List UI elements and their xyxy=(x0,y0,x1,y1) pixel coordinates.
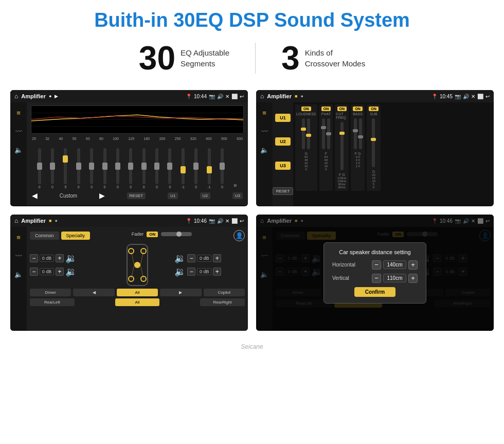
user-icon[interactable]: 👤 xyxy=(233,230,245,241)
eq-play-icon[interactable]: ● xyxy=(49,94,51,99)
eq-next-btn[interactable]: ▶ xyxy=(99,191,105,200)
ch-sidebar-icon-1[interactable]: ≡ xyxy=(12,231,25,243)
ch-sidebar-icon-2[interactable]: 〰 xyxy=(12,250,25,262)
right-top-plus[interactable]: + xyxy=(213,254,221,262)
channel-topbar: ⌂ Amplifier ■ ● 📍 10:46 📷 🔊 ✕ ⬜ ↩ xyxy=(10,215,248,227)
eq-close-icon[interactable]: ✕ xyxy=(225,94,229,99)
eq-slider-2[interactable]: 5 xyxy=(59,148,72,189)
ch-location-icon: 📍 xyxy=(186,218,192,224)
eq-slider-11[interactable]: -1 xyxy=(176,148,189,189)
cross-camera-icon[interactable]: 📷 xyxy=(455,94,461,99)
fader-slider[interactable] xyxy=(161,232,192,236)
phat-on-btn[interactable]: ON xyxy=(321,106,331,111)
left-top-minus[interactable]: − xyxy=(30,254,38,262)
stat-crossover-number: 3 xyxy=(281,42,300,75)
ch-rearleft-btn[interactable]: RearLeft xyxy=(30,298,75,306)
ch-back-icon[interactable]: ↩ xyxy=(240,218,244,224)
cross-u1-btn[interactable]: U1 xyxy=(275,114,291,122)
eq-slider-14[interactable]: 0 xyxy=(215,148,228,189)
ch-home-icon[interactable]: ⌂ xyxy=(14,217,18,224)
ch-volume-icon[interactable]: 🔊 xyxy=(217,218,223,224)
eq-graph xyxy=(31,105,244,134)
stat-eq: 30 EQ Adjustable Segments xyxy=(113,42,255,75)
eq-window-icon[interactable]: ⬜ xyxy=(231,94,238,99)
fader-label: Fader xyxy=(132,232,144,237)
eq-slider-9[interactable]: 0 xyxy=(150,148,163,189)
ch-sidebar-icon-3[interactable]: 🔈 xyxy=(12,268,25,280)
right-bottom-plus[interactable]: + xyxy=(213,268,221,276)
loudness-on-btn[interactable]: ON xyxy=(301,106,311,111)
eq-slider-5[interactable]: 0 xyxy=(98,148,111,189)
right-top-minus[interactable]: − xyxy=(187,254,195,262)
stat-eq-number: 30 xyxy=(139,42,175,75)
left-bottom-minus[interactable]: − xyxy=(30,268,38,276)
eq-sidebar-icon-1[interactable]: ≡ xyxy=(12,106,25,119)
right-bottom-val: 0 dB xyxy=(197,268,211,275)
eq-slider-1[interactable]: 0 xyxy=(46,148,59,189)
eq-slider-4[interactable]: 0 xyxy=(85,148,98,189)
home-icon[interactable]: ⌂ xyxy=(14,93,18,100)
ch-rearright-btn[interactable]: RearRight xyxy=(200,298,245,306)
eq-prev-btn[interactable]: ◀ xyxy=(32,191,38,200)
dialog-horizontal-minus[interactable]: − xyxy=(372,260,381,270)
eq-double-arrow[interactable]: » xyxy=(229,182,242,189)
eq-slider-10[interactable]: 0 xyxy=(164,148,176,189)
cross-u2-btn[interactable]: U2 xyxy=(275,137,291,146)
ch-all2-btn[interactable]: All xyxy=(115,298,160,306)
eq-reset-btn[interactable]: RESET xyxy=(127,192,146,199)
ch-arrow-right-btn[interactable]: ▶ xyxy=(160,289,201,296)
dialog-title: Car speaker distance setting xyxy=(332,249,418,255)
cutfreq-on-btn[interactable]: ON xyxy=(337,106,347,111)
cross-volume-icon[interactable]: 🔊 xyxy=(463,94,469,99)
cross-sidebar-icon-2[interactable]: 〰 xyxy=(258,125,271,137)
eq-mode-label: Custom xyxy=(60,193,77,199)
ch-window-icon[interactable]: ⬜ xyxy=(231,218,238,224)
eq-slider-6[interactable]: 0 xyxy=(111,148,124,189)
cross-reset-btn[interactable]: RESET xyxy=(273,187,294,195)
sub-on-btn[interactable]: ON xyxy=(369,106,379,111)
eq-u3-btn[interactable]: U3 xyxy=(232,192,243,199)
eq-sidebar-icon-3[interactable]: 🔈 xyxy=(12,144,25,156)
eq-back-icon[interactable]: ↩ xyxy=(240,94,244,99)
dialog-confirm-btn[interactable]: Confirm xyxy=(354,287,395,297)
ch-tab-common[interactable]: Common xyxy=(30,232,59,240)
eq-camera-icon[interactable]: 📷 xyxy=(209,94,215,99)
distance-dialog: Car speaker distance setting Horizontal … xyxy=(323,242,426,304)
dialog-vertical-minus[interactable]: − xyxy=(372,274,381,283)
ch-dot2: ● xyxy=(55,218,57,223)
fader-on-btn[interactable]: ON xyxy=(147,232,158,237)
cross-u3-btn[interactable]: U3 xyxy=(275,162,291,170)
eq-u2-btn[interactable]: U2 xyxy=(200,192,210,199)
dialog-horizontal-plus[interactable]: + xyxy=(408,260,418,270)
eq-volume-icon[interactable]: 🔊 xyxy=(217,94,223,99)
eq-sidebar-icon-2[interactable]: 〰 xyxy=(12,125,25,137)
eq-slider-0[interactable]: 0 xyxy=(33,148,46,189)
left-top-plus[interactable]: + xyxy=(56,254,64,262)
dialog-vertical-plus[interactable]: + xyxy=(408,274,418,283)
eq-slider-3[interactable]: 0 xyxy=(72,148,85,189)
ch-driver-btn[interactable]: Driver xyxy=(30,289,71,296)
eq-slider-12[interactable]: 0 xyxy=(190,148,203,189)
left-bottom-plus[interactable]: + xyxy=(56,268,64,276)
eq-slider-7[interactable]: 0 xyxy=(124,148,137,189)
right-bottom-minus[interactable]: − xyxy=(187,268,195,276)
cross-home-icon[interactable]: ⌂ xyxy=(260,93,264,100)
bass-on-btn[interactable]: ON xyxy=(353,106,363,111)
ch-camera-icon[interactable]: 📷 xyxy=(209,218,215,224)
cross-close-icon[interactable]: ✕ xyxy=(471,94,475,99)
eq-slider-8[interactable]: 0 xyxy=(137,148,150,189)
ch-tab-specialty[interactable]: Specialty xyxy=(61,232,91,240)
ch-arrow-left-btn[interactable]: ◀ xyxy=(73,289,114,296)
eq-slider-13[interactable]: -1 xyxy=(203,148,215,189)
ch-close-icon[interactable]: ✕ xyxy=(225,218,229,224)
eq-screen: ⌂ Amplifier ● ▶ 📍 10:44 📷 🔊 ✕ ⬜ ↩ ≡ 〰 🔈 xyxy=(10,90,248,206)
ch-all-btn[interactable]: All xyxy=(117,289,158,296)
cross-window-icon[interactable]: ⬜ xyxy=(477,94,483,99)
cross-time: 10:45 xyxy=(440,94,453,99)
ch-copilot-btn[interactable]: Copilot xyxy=(204,289,245,296)
cross-back-icon[interactable]: ↩ xyxy=(485,94,490,99)
left-bottom-speaker-icon: 🔉 xyxy=(65,266,77,277)
cross-sidebar-icon-3[interactable]: 🔈 xyxy=(258,144,271,156)
cross-sidebar-icon-1[interactable]: ≡ xyxy=(258,106,271,119)
eq-u1-btn[interactable]: U1 xyxy=(168,192,178,199)
